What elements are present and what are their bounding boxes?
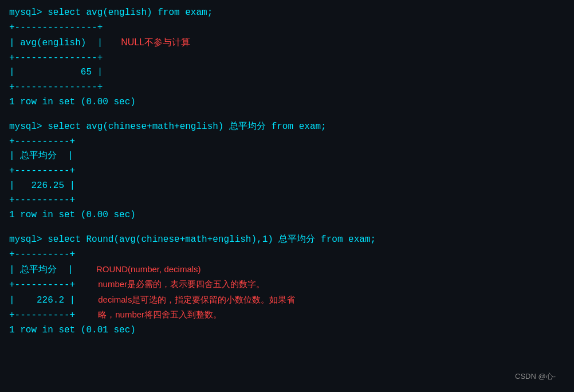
block3-annotation-line3: 略，number将四舍五入到整数。	[98, 309, 222, 319]
block3: mysql> select Round(avg(chinese+math+eng…	[9, 233, 565, 338]
block1-rowcount: 1 row in set (0.00 sec)	[9, 95, 565, 110]
block3-divider2: +----------+number是必需的，表示要四舍五入的数字。	[9, 277, 565, 293]
block2-line1: mysql> select avg(chinese+math+english) …	[9, 120, 565, 135]
block2-value: | 226.25 |	[9, 179, 565, 194]
block3-line1: mysql> select Round(avg(chinese+math+eng…	[9, 233, 565, 248]
block3-annotation-line1: number是必需的，表示要四舍五入的数字。	[98, 279, 265, 289]
block1-divider2: +---------------+	[9, 51, 565, 66]
block1: mysql> select avg(english) from exam; +-…	[9, 6, 565, 109]
block3-value: | 226.2 |decimals是可选的，指定要保留的小数位数。如果省	[9, 293, 565, 308]
block1-value: | 65 |	[9, 65, 565, 80]
block1-divider3: +---------------+	[9, 80, 565, 95]
block2: mysql> select avg(chinese+math+english) …	[9, 120, 565, 222]
block2-divider2: +----------+	[9, 164, 565, 179]
block2-divider1: +----------+	[9, 135, 565, 150]
terminal-container: mysql> select avg(english) from exam; +-…	[9, 6, 565, 386]
block2-rowcount: 1 row in set (0.00 sec)	[9, 208, 565, 223]
block1-line1: mysql> select avg(english) from exam;	[9, 6, 565, 21]
block3-divider1: +----------+	[9, 248, 565, 262]
block3-divider3: +----------+略，number将四舍五入到整数。	[9, 308, 565, 323]
block3-annotation-title: ROUND(number, decimals)	[96, 264, 201, 274]
watermark: CSDN @心-	[515, 371, 556, 382]
block2-divider3: +----------+	[9, 193, 565, 208]
block3-header: | 总平均分 |ROUND(number, decimals)	[9, 262, 565, 278]
block1-header: | avg(english) |NULL不参与计算	[9, 35, 565, 51]
block3-annotation-line2: decimals是可选的，指定要保留的小数位数。如果省	[98, 295, 295, 304]
block1-divider1: +---------------+	[9, 21, 565, 36]
block2-header: | 总平均分 |	[9, 149, 565, 164]
block3-rowcount: 1 row in set (0.01 sec)	[9, 323, 565, 338]
block1-annotation: NULL不参与计算	[121, 37, 190, 47]
